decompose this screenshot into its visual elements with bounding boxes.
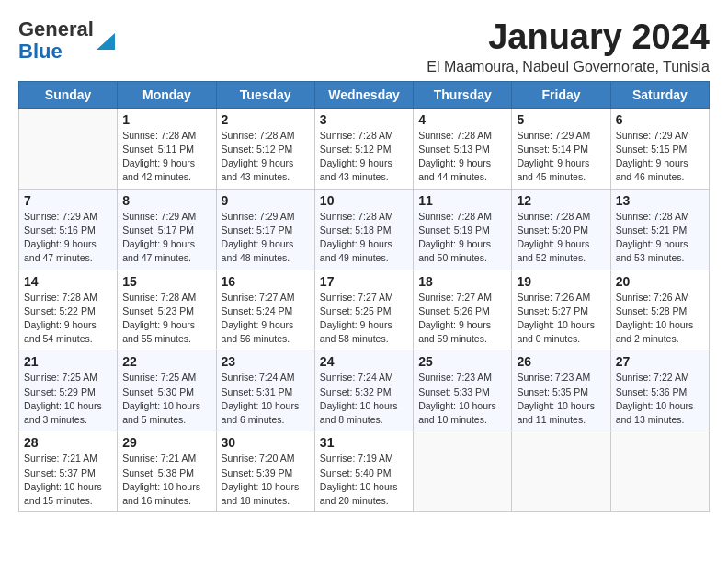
day-info: Sunrise: 7:25 AM Sunset: 5:30 PM Dayligh… <box>122 371 210 427</box>
calendar-cell: 22Sunrise: 7:25 AM Sunset: 5:30 PM Dayli… <box>118 350 216 431</box>
day-info: Sunrise: 7:21 AM Sunset: 5:37 PM Dayligh… <box>24 452 112 508</box>
calendar-cell: 31Sunrise: 7:19 AM Sunset: 5:40 PM Dayli… <box>314 431 413 512</box>
day-info: Sunrise: 7:28 AM Sunset: 5:13 PM Dayligh… <box>418 129 506 185</box>
day-number: 3 <box>320 112 408 127</box>
day-info: Sunrise: 7:23 AM Sunset: 5:33 PM Dayligh… <box>418 371 506 427</box>
title-area: January 2024 El Maamoura, Nabeul Governo… <box>427 18 710 75</box>
calendar-row: 7Sunrise: 7:29 AM Sunset: 5:16 PM Daylig… <box>19 189 710 270</box>
day-number: 19 <box>517 274 605 289</box>
calendar-cell: 16Sunrise: 7:27 AM Sunset: 5:24 PM Dayli… <box>216 270 314 350</box>
day-info: Sunrise: 7:25 AM Sunset: 5:29 PM Dayligh… <box>24 371 112 427</box>
day-number: 31 <box>320 435 408 450</box>
calendar-cell: 24Sunrise: 7:24 AM Sunset: 5:32 PM Dayli… <box>314 350 413 431</box>
calendar-row: 21Sunrise: 7:25 AM Sunset: 5:29 PM Dayli… <box>19 350 710 431</box>
day-number: 7 <box>24 193 112 208</box>
calendar-cell: 27Sunrise: 7:22 AM Sunset: 5:36 PM Dayli… <box>610 350 709 431</box>
day-number: 26 <box>517 354 605 369</box>
day-number: 20 <box>616 274 704 289</box>
day-number: 17 <box>320 274 408 289</box>
day-info: Sunrise: 7:28 AM Sunset: 5:18 PM Dayligh… <box>320 210 408 266</box>
calendar-row: 14Sunrise: 7:28 AM Sunset: 5:22 PM Dayli… <box>19 270 710 350</box>
weekday-header-row: SundayMondayTuesdayWednesdayThursdayFrid… <box>19 81 710 108</box>
calendar-cell: 11Sunrise: 7:28 AM Sunset: 5:19 PM Dayli… <box>414 189 512 270</box>
day-number: 1 <box>122 112 210 127</box>
calendar-cell: 18Sunrise: 7:27 AM Sunset: 5:26 PM Dayli… <box>414 270 512 350</box>
day-number: 2 <box>222 112 310 127</box>
calendar-cell: 13Sunrise: 7:28 AM Sunset: 5:21 PM Dayli… <box>610 189 709 270</box>
day-info: Sunrise: 7:29 AM Sunset: 5:15 PM Dayligh… <box>616 129 704 185</box>
day-info: Sunrise: 7:24 AM Sunset: 5:32 PM Dayligh… <box>320 371 408 427</box>
day-info: Sunrise: 7:28 AM Sunset: 5:12 PM Dayligh… <box>222 129 310 185</box>
calendar-table: SundayMondayTuesdayWednesdayThursdayFrid… <box>18 81 710 512</box>
day-number: 25 <box>418 354 506 369</box>
calendar-cell: 23Sunrise: 7:24 AM Sunset: 5:31 PM Dayli… <box>216 350 314 431</box>
weekday-header-cell: Monday <box>118 81 216 108</box>
calendar-cell: 28Sunrise: 7:21 AM Sunset: 5:37 PM Dayli… <box>19 431 118 512</box>
logo-triangle-icon <box>97 24 115 50</box>
day-info: Sunrise: 7:28 AM Sunset: 5:20 PM Dayligh… <box>517 210 605 266</box>
calendar-cell <box>512 431 610 512</box>
day-number: 29 <box>122 435 210 450</box>
day-info: Sunrise: 7:28 AM Sunset: 5:11 PM Dayligh… <box>122 129 210 185</box>
calendar-cell: 19Sunrise: 7:26 AM Sunset: 5:27 PM Dayli… <box>512 270 610 350</box>
location-title: El Maamoura, Nabeul Governorate, Tunisia <box>427 59 710 75</box>
day-number: 14 <box>24 274 112 289</box>
header: General Blue January 2024 El Maamoura, N… <box>18 18 710 75</box>
day-number: 10 <box>320 193 408 208</box>
weekday-header-cell: Thursday <box>414 81 512 108</box>
day-info: Sunrise: 7:19 AM Sunset: 5:40 PM Dayligh… <box>320 452 408 508</box>
calendar-cell: 30Sunrise: 7:20 AM Sunset: 5:39 PM Dayli… <box>216 431 314 512</box>
day-info: Sunrise: 7:24 AM Sunset: 5:31 PM Dayligh… <box>222 371 310 427</box>
day-number: 11 <box>418 193 506 208</box>
calendar-cell: 6Sunrise: 7:29 AM Sunset: 5:15 PM Daylig… <box>610 108 709 189</box>
calendar-cell <box>610 431 709 512</box>
day-number: 22 <box>122 354 210 369</box>
logo-text-block: General Blue <box>18 18 115 63</box>
day-number: 27 <box>616 354 704 369</box>
logo-general: General <box>18 17 94 40</box>
calendar-body: 1Sunrise: 7:28 AM Sunset: 5:11 PM Daylig… <box>19 108 710 511</box>
month-title: January 2024 <box>427 18 710 57</box>
calendar-cell: 21Sunrise: 7:25 AM Sunset: 5:29 PM Dayli… <box>19 350 118 431</box>
day-info: Sunrise: 7:29 AM Sunset: 5:14 PM Dayligh… <box>517 129 605 185</box>
day-number: 8 <box>122 193 210 208</box>
day-info: Sunrise: 7:27 AM Sunset: 5:24 PM Dayligh… <box>222 291 310 347</box>
day-number: 21 <box>24 354 112 369</box>
day-info: Sunrise: 7:28 AM Sunset: 5:23 PM Dayligh… <box>122 291 210 347</box>
logo-blue: Blue <box>18 40 63 63</box>
calendar-cell: 26Sunrise: 7:23 AM Sunset: 5:35 PM Dayli… <box>512 350 610 431</box>
day-info: Sunrise: 7:28 AM Sunset: 5:21 PM Dayligh… <box>616 210 704 266</box>
calendar-row: 28Sunrise: 7:21 AM Sunset: 5:37 PM Dayli… <box>19 431 710 512</box>
weekday-header-cell: Saturday <box>610 81 709 108</box>
calendar-cell: 9Sunrise: 7:29 AM Sunset: 5:17 PM Daylig… <box>216 189 314 270</box>
calendar-cell: 29Sunrise: 7:21 AM Sunset: 5:38 PM Dayli… <box>118 431 216 512</box>
day-info: Sunrise: 7:26 AM Sunset: 5:27 PM Dayligh… <box>517 291 605 347</box>
day-number: 18 <box>418 274 506 289</box>
day-info: Sunrise: 7:23 AM Sunset: 5:35 PM Dayligh… <box>517 371 605 427</box>
calendar-cell: 4Sunrise: 7:28 AM Sunset: 5:13 PM Daylig… <box>414 108 512 189</box>
day-info: Sunrise: 7:29 AM Sunset: 5:17 PM Dayligh… <box>122 210 210 266</box>
weekday-header-cell: Tuesday <box>216 81 314 108</box>
logo: General Blue <box>18 18 115 63</box>
weekday-header-cell: Wednesday <box>314 81 413 108</box>
day-info: Sunrise: 7:27 AM Sunset: 5:25 PM Dayligh… <box>320 291 408 347</box>
calendar-cell: 2Sunrise: 7:28 AM Sunset: 5:12 PM Daylig… <box>216 108 314 189</box>
weekday-header-cell: Sunday <box>19 81 118 108</box>
day-info: Sunrise: 7:20 AM Sunset: 5:39 PM Dayligh… <box>222 452 310 508</box>
day-info: Sunrise: 7:29 AM Sunset: 5:17 PM Dayligh… <box>222 210 310 266</box>
day-number: 5 <box>517 112 605 127</box>
calendar-cell: 15Sunrise: 7:28 AM Sunset: 5:23 PM Dayli… <box>118 270 216 350</box>
calendar-cell: 7Sunrise: 7:29 AM Sunset: 5:16 PM Daylig… <box>19 189 118 270</box>
calendar-cell <box>414 431 512 512</box>
day-number: 15 <box>122 274 210 289</box>
calendar-cell: 10Sunrise: 7:28 AM Sunset: 5:18 PM Dayli… <box>314 189 413 270</box>
day-number: 30 <box>222 435 310 450</box>
day-info: Sunrise: 7:27 AM Sunset: 5:26 PM Dayligh… <box>418 291 506 347</box>
calendar-cell <box>19 108 118 189</box>
day-info: Sunrise: 7:28 AM Sunset: 5:12 PM Dayligh… <box>320 129 408 185</box>
day-number: 24 <box>320 354 408 369</box>
calendar-row: 1Sunrise: 7:28 AM Sunset: 5:11 PM Daylig… <box>19 108 710 189</box>
day-info: Sunrise: 7:28 AM Sunset: 5:22 PM Dayligh… <box>24 291 112 347</box>
day-number: 16 <box>222 274 310 289</box>
day-info: Sunrise: 7:26 AM Sunset: 5:28 PM Dayligh… <box>616 291 704 347</box>
